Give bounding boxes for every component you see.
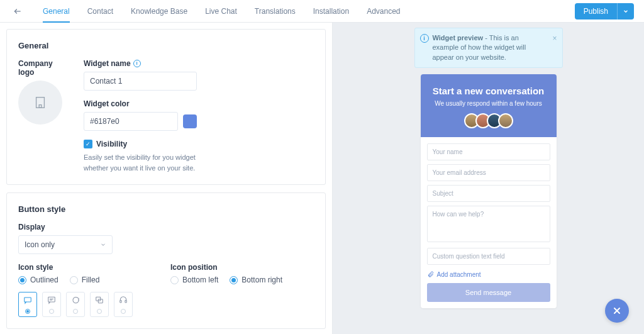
svg-rect-6 [39,105,42,108]
svg-rect-13 [120,300,121,303]
widget-color-label: Widget color [84,99,197,108]
tab-general[interactable]: General [34,0,79,23]
main: General Company logo Widget namei Widget… [0,23,644,334]
chat-bubble-icon[interactable] [18,292,37,317]
widget-name-label: Widget namei [84,59,197,68]
avatar [498,113,513,128]
visibility-checkbox[interactable]: ✓ [84,140,92,148]
settings-panel: General Company logo Widget namei Widget… [0,23,332,334]
svg-rect-14 [125,300,126,303]
tab-advanced[interactable]: Advanced [358,0,409,23]
radio-outlined[interactable]: Outlined [18,276,58,284]
widget-custom-field[interactable] [427,248,550,265]
widget-name-input[interactable] [84,72,197,91]
tab-contact[interactable]: Contact [79,0,122,23]
radio-bottom-right[interactable]: Bottom right [230,276,282,284]
card-general: General Company logo Widget namei Widget… [6,29,326,185]
visibility-label: Visibility [96,140,127,148]
widget-body: Add attachment Send message [421,137,557,308]
icon-position-label: Icon position [170,263,282,272]
widget-title: Start a new conversation [428,86,549,96]
card-title-general: General [18,41,314,50]
publish-dropdown[interactable] [617,3,634,19]
publish-group: Publish [575,3,634,19]
widget-message-field[interactable] [427,206,550,242]
add-attachment-link[interactable]: Add attachment [427,271,550,278]
widget-subtitle: We usually respond within a few hours [428,100,549,107]
tab-knowledge-base[interactable]: Knowledge Base [122,0,196,23]
info-icon[interactable]: i [133,60,141,67]
speech-icon-glyph [71,296,80,306]
display-select[interactable]: Icon only [18,235,113,254]
chevron-down-icon [100,242,106,248]
svg-rect-1 [36,97,45,108]
company-logo-column: Company logo [18,59,69,173]
widget-launcher-fab[interactable] [605,299,629,323]
tab-live-chat[interactable]: Live Chat [196,0,246,23]
back-button[interactable] [10,4,25,19]
widget-name-field[interactable] [427,143,550,160]
svg-rect-7 [25,297,31,301]
widget-preview: Start a new conversation We usually resp… [421,74,557,308]
widget-header: Start a new conversation We usually resp… [421,74,557,137]
publish-button[interactable]: Publish [575,3,617,19]
radio-bottom-left[interactable]: Bottom left [170,276,218,284]
company-logo-label: Company logo [18,59,69,77]
info-icon: i [420,34,429,43]
icon-position-group: Icon position Bottom leftBottom right [170,263,282,317]
chat-lines-icon[interactable] [42,292,61,317]
close-icon[interactable]: × [552,33,557,44]
chat-bubble-icon-glyph [23,296,32,306]
card-title-button-style: Button style [18,204,314,214]
widget-email-field[interactable] [427,164,550,181]
widget-subject-field[interactable] [427,185,550,202]
double-bubble-icon-glyph [95,296,104,306]
display-label: Display [18,223,314,231]
chat-lines-icon-glyph [47,296,56,306]
color-swatch[interactable] [183,114,197,128]
visibility-help: Easily set the visibility for you widget… [84,152,197,173]
icon-style-label: Icon style [18,263,133,272]
chevron-down-icon [623,8,629,14]
building-icon [33,96,47,109]
avatar-row [428,113,549,128]
headset-icon-glyph [119,296,128,306]
speech-icon[interactable] [66,292,85,317]
tab-installation[interactable]: Installation [304,0,358,23]
double-bubble-icon[interactable] [90,292,109,317]
preview-panel: i Widget preview - This is an example of… [333,23,644,334]
widget-color-input[interactable] [84,112,178,131]
top-bar: GeneralContactKnowledge BaseLive ChatTra… [0,0,644,23]
icon-style-group: Icon style OutlinedFilled [18,263,133,317]
card-button-style: Button style Display Icon only Icon styl… [6,192,326,329]
paperclip-icon [427,271,434,278]
send-message-button[interactable]: Send message [427,283,550,302]
company-logo-upload[interactable] [18,81,62,125]
svg-rect-8 [48,297,55,302]
tab-translations[interactable]: Translations [246,0,304,23]
preview-info-banner: i Widget preview - This is an example of… [414,28,563,68]
tab-row: GeneralContactKnowledge BaseLive ChatTra… [34,0,409,23]
close-icon [612,306,622,316]
headset-icon[interactable] [114,292,133,317]
radio-filled[interactable]: Filled [70,276,100,284]
